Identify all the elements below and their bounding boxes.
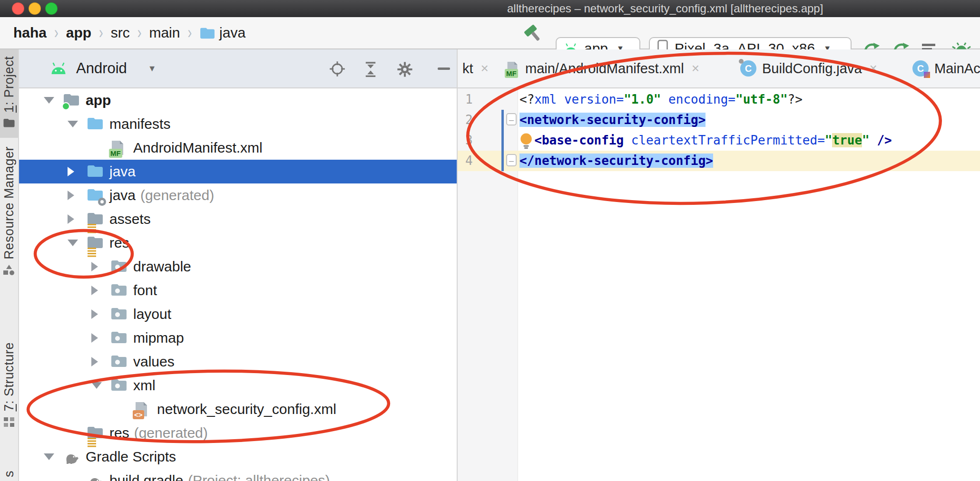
- breadcrumb-haha[interactable]: haha: [13, 25, 47, 41]
- line-number: 1: [465, 89, 482, 110]
- manifest-file-icon: MF: [506, 61, 519, 76]
- tool-window-tab-resource-manager[interactable]: Resource Manager: [0, 146, 18, 277]
- code-line-3: <base-config cleartextTrafficPermitted="…: [519, 130, 892, 151]
- tree-row-values[interactable]: values: [19, 350, 457, 374]
- tree-row-network-security-config[interactable]: <> network_security_config.xml: [19, 397, 457, 421]
- close-window-button[interactable]: [12, 2, 24, 15]
- tree-row-drawable[interactable]: drawable: [19, 255, 457, 279]
- resource-type-folder-icon: [110, 377, 127, 394]
- close-icon[interactable]: ×: [481, 61, 489, 76]
- tree-row-build-gradle[interactable]: build.gradle (Project: alltherecipes): [19, 469, 457, 481]
- resource-type-folder-icon: [110, 306, 127, 322]
- module-folder-icon: [63, 92, 80, 108]
- tab-buildconfig[interactable]: C BuildConfig.java ×: [740, 49, 877, 87]
- code-editor[interactable]: 1 2 3 4 – – <?xml version="1.0" encoding…: [457, 88, 980, 481]
- vcs-change-marker: [501, 110, 504, 171]
- tool-window-bar: 1: Project Resource Manager 7: Structure: [0, 49, 19, 481]
- code-line-4: </network-security-config>: [519, 151, 713, 171]
- collapsed-arrow-icon: [68, 191, 74, 200]
- fold-region-end-icon[interactable]: –: [506, 154, 517, 166]
- tree-row-java-selected[interactable]: java: [19, 160, 457, 183]
- java-class-icon: C: [740, 60, 756, 77]
- close-icon[interactable]: ×: [870, 61, 877, 76]
- collapsed-arrow-icon: [68, 214, 74, 224]
- locate-file-button[interactable]: [329, 61, 345, 77]
- window-title: alltherecipes – network_security_config.…: [507, 0, 823, 17]
- expanded-arrow-icon: [91, 382, 102, 389]
- tree-row-assets[interactable]: assets: [19, 207, 457, 231]
- code-line-2: <network-security-config>: [519, 110, 706, 130]
- zoom-window-button[interactable]: [45, 2, 58, 15]
- tool-window-tab-partial[interactable]: s: [0, 471, 18, 477]
- collapsed-arrow-icon: [68, 167, 74, 176]
- tree-row-xml[interactable]: xml: [19, 374, 457, 397]
- project-view-selector[interactable]: Android ▼: [49, 49, 157, 87]
- tree-row-mipmap[interactable]: mipmap: [19, 326, 457, 350]
- resource-type-folder-icon: [110, 282, 127, 298]
- collapsed-arrow-icon: [91, 357, 98, 366]
- collapse-all-icon: [363, 61, 379, 77]
- chevron-right-icon: ›: [187, 22, 192, 43]
- tool-window-tab-project[interactable]: 1: Project: [0, 56, 18, 128]
- panel-settings-button[interactable]: [396, 61, 413, 78]
- line-number: 2: [465, 110, 482, 130]
- tree-row-font[interactable]: font: [19, 279, 457, 302]
- chevron-down-icon: ▼: [148, 64, 157, 74]
- resource-lines-badge: [88, 229, 96, 231]
- project-tree: app manifests MF AndroidManifest.xml jav…: [19, 88, 457, 481]
- collapsed-arrow-icon: [91, 309, 98, 319]
- hammer-icon: [523, 23, 545, 45]
- tree-row-layout[interactable]: layout: [19, 302, 457, 326]
- tool-window-tab-structure[interactable]: 7: Structure: [0, 342, 18, 428]
- title-bar: alltherecipes – network_security_config.…: [0, 0, 980, 18]
- resources-folder-icon: [87, 211, 104, 227]
- expanded-arrow-icon: [68, 240, 78, 246]
- generated-badge: [98, 198, 106, 206]
- project-panel-header: Android ▼: [19, 49, 457, 88]
- folder-blue-icon: [87, 164, 104, 180]
- close-icon[interactable]: ×: [692, 61, 699, 76]
- resource-lines-badge: [88, 253, 96, 255]
- tree-row-manifests[interactable]: manifests: [19, 112, 457, 136]
- expanded-arrow-icon: [68, 121, 78, 127]
- tree-row-gradle-scripts[interactable]: Gradle Scripts: [19, 445, 457, 469]
- tree-row-app[interactable]: app: [19, 88, 457, 112]
- tab-kt[interactable]: kt ×: [462, 49, 489, 87]
- tree-row-androidmanifest[interactable]: MF AndroidManifest.xml: [19, 136, 457, 160]
- locate-icon: [329, 61, 345, 77]
- manifest-file-icon: MF: [110, 140, 127, 156]
- breadcrumb-main[interactable]: main: [149, 25, 180, 41]
- tree-row-res-generated[interactable]: res (generated): [19, 421, 457, 445]
- resources-folder-icon: [87, 235, 104, 251]
- minimize-window-button[interactable]: [29, 2, 41, 15]
- tree-row-res[interactable]: res: [19, 231, 457, 255]
- tab-androidmanifest[interactable]: MF main/AndroidManifest.xml ×: [506, 49, 699, 87]
- folder-blue-icon: [87, 116, 104, 132]
- code-line-1: <?xml version="1.0" encoding="utf-8"?>: [519, 89, 803, 110]
- hide-panel-icon: [438, 67, 450, 70]
- resource-type-folder-icon: [110, 330, 127, 346]
- breadcrumb-java[interactable]: java: [199, 25, 245, 41]
- generated-folder-icon: [87, 187, 104, 203]
- fold-region-start-icon[interactable]: –: [506, 113, 517, 125]
- resource-type-folder-icon: [110, 354, 127, 370]
- editor-tab-bar: kt × MF main/AndroidManifest.xml × C Bui…: [457, 49, 980, 88]
- line-number: 4: [465, 151, 482, 171]
- breadcrumb-src[interactable]: src: [111, 25, 130, 41]
- chevron-right-icon: ›: [137, 22, 142, 43]
- resource-manager-icon: [3, 264, 15, 277]
- build-project-button[interactable]: [523, 23, 545, 45]
- expanded-arrow-icon: [44, 453, 54, 460]
- intention-bulb-icon[interactable]: [519, 132, 534, 150]
- tab-mainactivity[interactable]: C MainAc: [912, 49, 980, 87]
- resources-folder-icon: [87, 425, 104, 441]
- project-view-label: Android: [76, 60, 127, 77]
- tree-row-java-generated[interactable]: java (generated): [19, 183, 457, 207]
- hide-panel-button[interactable]: [438, 67, 450, 70]
- gradle-elephant-icon: [87, 472, 104, 481]
- android-studio-window: alltherecipes – network_security_config.…: [0, 0, 980, 481]
- breadcrumb-app[interactable]: app: [66, 25, 91, 41]
- main-toolbar: haha › app › src › main › java: [0, 17, 980, 49]
- gradle-elephant-icon: [63, 449, 80, 465]
- collapse-all-button[interactable]: [363, 61, 379, 77]
